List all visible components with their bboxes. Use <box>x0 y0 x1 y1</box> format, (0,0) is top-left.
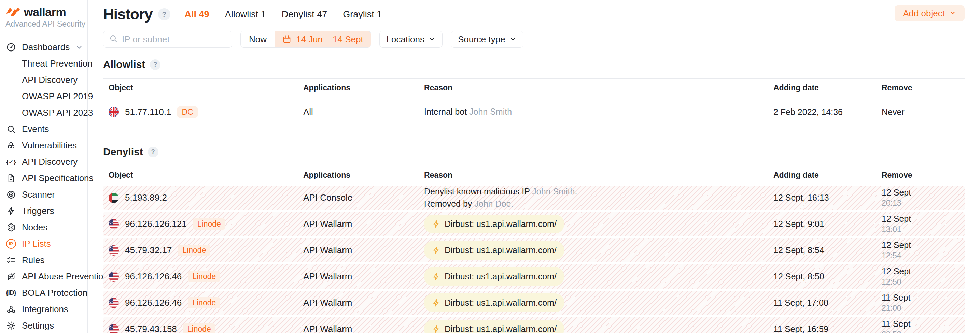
adding-date-cell: 11 Sept, 16:59 <box>773 324 882 333</box>
sidebar-item-bola-protection[interactable]: {ID}BOLA Protection <box>5 285 88 301</box>
search-box[interactable] <box>103 31 232 48</box>
reason-cell: Dirbust: us1.api.wallarm.com/ <box>424 215 773 234</box>
applications-cell: API Wallarm <box>303 298 424 308</box>
sidebar-item-triggers[interactable]: Triggers <box>5 203 88 219</box>
remove-date: 12 Sept <box>882 214 965 224</box>
search-input[interactable] <box>122 34 226 45</box>
page-title: History <box>103 6 153 23</box>
sidebar-item-scanner[interactable]: Scanner <box>5 186 88 203</box>
remove-date: 12 Sept <box>882 188 965 198</box>
braces-check-icon: {✓} <box>6 158 16 166</box>
help-icon[interactable]: ? <box>150 59 161 70</box>
remove-time: 20:13 <box>882 198 965 208</box>
sidebar-item-rules[interactable]: Rules <box>5 252 88 268</box>
reason-badge-label: Dirbust: us1.api.wallarm.com/ <box>445 244 557 257</box>
flag-gb-icon <box>108 107 119 117</box>
app-window: wallarm Advanced API Security Dashboards… <box>0 0 980 333</box>
sidebar-item-owasp-api-2019[interactable]: OWASP API 2019 <box>5 88 88 105</box>
tab-denylist[interactable]: Denylist 47 <box>282 9 328 20</box>
brand-name: wallarm <box>24 5 66 19</box>
reason-text: Denylist known malicious IP <box>424 187 532 196</box>
flag-us-icon <box>108 245 119 255</box>
sidebar-item-threat-prevention[interactable]: Threat Prevention <box>5 55 88 71</box>
list-tabs: All 49Allowlist 1Denylist 47Graylist 1 <box>185 9 382 20</box>
sidebar-item-label: Dashboards <box>22 42 70 52</box>
column-header-remove: Remove <box>882 83 965 92</box>
denylist-row[interactable]: 96.126.126.121LinodeAPI WallarmDirbust: … <box>103 212 965 236</box>
sidebar-item-settings[interactable]: Settings <box>5 317 88 333</box>
tab-graylist[interactable]: Graylist 1 <box>343 9 382 20</box>
sidebar-item-dashboards[interactable]: Dashboards <box>5 39 88 55</box>
attack-reason-badge: Dirbust: us1.api.wallarm.com/ <box>424 320 564 333</box>
sidebar-item-api-discovery[interactable]: API Discovery <box>5 71 88 88</box>
flag-us-icon <box>108 324 119 333</box>
radar-icon <box>5 189 16 200</box>
locations-label: Locations <box>387 34 425 45</box>
adding-date-cell: 12 Sept, 9:01 <box>773 219 882 229</box>
help-icon[interactable]: ? <box>158 8 170 21</box>
sidebar-item-label: BOLA Protection <box>22 288 88 298</box>
add-object-button[interactable]: Add object <box>895 5 965 21</box>
brand: wallarm Advanced API Security <box>5 5 88 29</box>
remove-cell: 12 Sept13:01 <box>882 214 965 234</box>
denylist-row[interactable]: 5.193.89.2API ConsoleDenylist known mali… <box>103 186 965 210</box>
source-type-dropdown[interactable]: Source type <box>451 31 523 48</box>
sidebar-item-label: Scanner <box>22 189 55 200</box>
attack-reason-badge: Dirbust: us1.api.wallarm.com/ <box>424 215 564 234</box>
help-icon[interactable]: ? <box>148 147 158 157</box>
remove-cell: 12 Sept20:13 <box>882 188 965 208</box>
gauge-icon <box>5 42 16 52</box>
ip-address: 96.126.126.121 <box>125 219 187 229</box>
applications-cell: API Wallarm <box>303 271 424 282</box>
chevron-down-icon <box>949 8 956 19</box>
denylist-row[interactable]: 45.79.43.158LinodeAPI WallarmDirbust: us… <box>103 317 965 333</box>
robot-crossed-icon <box>5 271 16 282</box>
ip-address: 5.193.89.2 <box>125 192 167 203</box>
column-header-adding-date: Adding date <box>773 83 882 92</box>
reason-badge-label: Dirbust: us1.api.wallarm.com/ <box>445 297 557 309</box>
sidebar-item-api-abuse-prevention[interactable]: API Abuse Prevention <box>5 268 88 285</box>
sidebar-item-nodes[interactable]: Nodes <box>5 219 88 235</box>
gear-icon <box>5 320 16 331</box>
reason-cell: Dirbust: us1.api.wallarm.com/ <box>424 241 773 260</box>
adding-date-cell: 12 Sept, 16:13 <box>773 193 882 203</box>
sidebar-item-label: Integrations <box>22 304 68 315</box>
reason-badge-label: Dirbust: us1.api.wallarm.com/ <box>445 323 557 333</box>
denylist-row[interactable]: 96.126.126.46LinodeAPI WallarmDirbust: u… <box>103 291 965 315</box>
reason-text: Removed by <box>424 199 474 208</box>
sidebar-item-api-discovery[interactable]: {✓}API Discovery <box>5 154 88 170</box>
reason-cell: Internal bot John Smith <box>424 106 773 118</box>
flag-us-icon <box>108 298 119 308</box>
locations-dropdown[interactable]: Locations <box>379 31 442 48</box>
tab-allowlist[interactable]: Allowlist 1 <box>225 9 266 20</box>
sidebar-item-integrations[interactable]: Integrations <box>5 301 88 317</box>
remove-time: 20:59 <box>882 330 965 333</box>
date-range-button[interactable]: 14 Jun – 14 Sept <box>275 31 371 48</box>
object-cell: 96.126.126.46Linode <box>103 271 303 282</box>
object-tag-badge: Linode <box>193 218 225 230</box>
denylist-row[interactable]: 45.79.32.17LinodeAPI WallarmDirbust: us1… <box>103 238 965 262</box>
object-cell: 96.126.126.46Linode <box>103 297 303 308</box>
ip-address: 96.126.126.46 <box>125 271 182 282</box>
sidebar-item-api-specifications[interactable]: API Specifications <box>5 170 88 186</box>
sidebar: wallarm Advanced API Security Dashboards… <box>0 0 88 333</box>
tab-all[interactable]: All 49 <box>185 9 209 20</box>
attack-reason-badge: Dirbust: us1.api.wallarm.com/ <box>424 293 564 312</box>
chevron-down-icon <box>75 43 83 51</box>
sidebar-item-ip-lists[interactable]: IPIP Lists <box>5 235 88 252</box>
ip-address: 96.126.126.46 <box>125 298 182 308</box>
allowlist-row[interactable]: 51.77.110.1DCAllInternal bot John Smith2… <box>103 98 965 125</box>
checklist-icon <box>5 255 16 265</box>
sidebar-item-label: Triggers <box>22 206 54 216</box>
id-braces-icon: {ID} <box>6 289 16 297</box>
sidebar-item-label: API Discovery <box>22 157 78 167</box>
filter-bar: Now 14 Jun – 14 Sept Locations Source ty… <box>103 31 965 48</box>
object-cell: 51.77.110.1DC <box>103 106 303 118</box>
sidebar-item-label: Rules <box>22 255 45 265</box>
sidebar-item-events[interactable]: Events <box>5 121 88 137</box>
denylist-row[interactable]: 96.126.126.46LinodeAPI WallarmDirbust: u… <box>103 265 965 289</box>
sidebar-item-owasp-api-2023[interactable]: OWASP API 2023 <box>5 105 88 121</box>
sidebar-item-vulnerabilities[interactable]: Vulnerabilities <box>5 137 88 154</box>
now-button[interactable]: Now <box>241 31 275 48</box>
main-content: History ? All 49Allowlist 1Denylist 47Gr… <box>88 0 980 333</box>
